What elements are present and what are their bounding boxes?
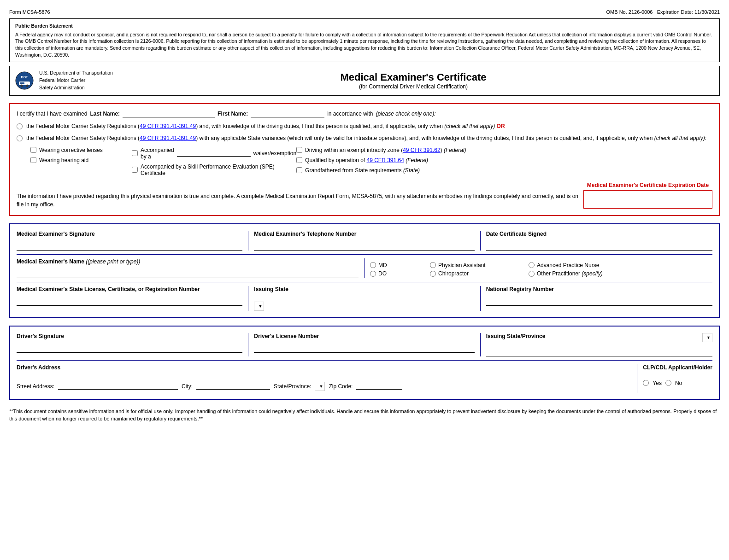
corrective-lenses-checkbox[interactable] <box>30 147 36 153</box>
expiration-box <box>583 190 712 209</box>
checkbox-spe: Accompanied by a Skill Performance Evalu… <box>132 163 296 176</box>
me-issuing-label: Issuing State <box>254 286 474 292</box>
checkbox-391-64: Qualified by operation of 49 CFR 391.64 … <box>296 157 712 163</box>
svg-point-0 <box>16 72 33 89</box>
do-radio[interactable] <box>370 271 376 277</box>
expiration-label: Medical Examiner's Certificate Expiratio… <box>583 182 712 188</box>
driver-address-cell: Driver's Address Street Address: City: S… <box>17 364 637 393</box>
driver-issuing-label: Issuing State/Province <box>486 333 546 339</box>
me-practitioner-cell: MD Physician Assistant Advanced Practice… <box>364 258 712 278</box>
option1-radio[interactable] <box>17 123 23 129</box>
cdl-no-radio[interactable] <box>665 380 671 386</box>
me-date-label: Date Certificate Signed <box>486 231 712 237</box>
svg-text:DOT: DOT <box>21 76 29 79</box>
option1-text: the Federal Motor Carrier Safety Regulat… <box>26 122 505 130</box>
street-address-input[interactable] <box>58 383 178 390</box>
certify-line: I certify that I have examined Last Name… <box>17 111 712 117</box>
other-specify-input[interactable] <box>605 270 679 277</box>
checkbox-corrective-lenses: Wearing corrective lenses <box>30 147 132 153</box>
waiver-input[interactable] <box>177 150 251 157</box>
me-phone-cell: Medical Examiner's Telephone Number <box>248 231 480 251</box>
omb-info: OMB No. 2126-0006 Expiration Date: 11/30… <box>606 9 720 15</box>
me-license-line <box>17 305 242 306</box>
svg-point-5 <box>26 85 29 87</box>
city-input[interactable] <box>196 383 270 390</box>
address-fields-row: Street Address: City: State/Province: Zi… <box>17 380 631 393</box>
state-province-select[interactable] <box>315 382 325 391</box>
me-date-line <box>486 250 712 251</box>
option2: the Federal Motor Carrier Safety Regulat… <box>17 134 712 142</box>
option1: the Federal Motor Carrier Safety Regulat… <box>17 122 712 130</box>
certification-section: I certify that I have examined Last Name… <box>9 103 720 216</box>
checkbox-grandfathered: Grandfathered from State requirements (S… <box>296 167 712 174</box>
chiro-radio[interactable] <box>430 271 436 277</box>
driver-license-line <box>254 352 474 353</box>
accordance-text: in accordance with <box>327 111 373 117</box>
pa-option: Physician Assistant <box>430 262 519 268</box>
agency-header: DOT U.S. Department of Transportation Fe… <box>9 66 720 95</box>
link-391-49-2[interactable]: 49 CFR 391.41-391.49 <box>140 135 196 141</box>
md-radio[interactable] <box>370 262 376 268</box>
checkbox-accompanied-waiver: Accompanied by a waiver/exemption <box>132 147 296 160</box>
please-check: (please check only one): <box>376 111 436 117</box>
svg-point-4 <box>21 85 23 87</box>
option2-text: the Federal Motor Carrier Safety Regulat… <box>26 134 706 142</box>
cdl-cell: CLP/CDL Applicant/Holder Yes No <box>637 364 712 393</box>
spe-checkbox[interactable] <box>132 167 138 173</box>
or-text: OR <box>497 123 505 129</box>
last-name-input[interactable] <box>123 111 215 117</box>
other-option: Other Practitioner (specify) <box>529 270 712 277</box>
expiration-statement: The information I have provided regardin… <box>17 192 583 209</box>
burden-text: A Federal agency may not conduct or spon… <box>15 31 714 58</box>
checkbox-exempt-zone: Driving within an exempt intracity zone … <box>296 147 712 153</box>
me-name-line <box>17 278 359 278</box>
apn-option: Advanced Practice Nurse <box>529 262 712 268</box>
me-signature-line <box>17 250 242 251</box>
footer-note: **This document contains sensitive infor… <box>9 408 720 423</box>
link-391-62[interactable]: 49 CFR 391.62 <box>403 147 440 153</box>
driver-issuing-state-select[interactable] <box>702 333 712 342</box>
first-name-input[interactable] <box>251 111 324 117</box>
form-number: Form MCSA-5876 <box>9 9 50 15</box>
driver-address-row: Driver's Address Street Address: City: S… <box>17 364 712 393</box>
first-name-label: First Name: <box>218 111 248 117</box>
apn-radio[interactable] <box>529 262 535 268</box>
me-issuing-cell: Issuing State <box>248 286 480 311</box>
agency-text: U.S. Department of Transportation Federa… <box>39 70 113 91</box>
grandfathered-checkbox[interactable] <box>296 167 302 173</box>
expiration-right: Medical Examiner's Certificate Expiratio… <box>583 182 712 209</box>
me-issuing-state-select[interactable] <box>254 302 264 311</box>
cdl-yes-radio[interactable] <box>643 380 649 386</box>
me-phone-line <box>254 250 474 251</box>
driver-issuing-line <box>486 356 712 356</box>
certify-text: I certify that I have examined <box>17 111 87 117</box>
me-signature-cell: Medical Examiner's Signature <box>17 231 248 251</box>
other-radio[interactable] <box>529 271 535 277</box>
certificate-title: Medical Examiner's Certificate (for Comm… <box>113 71 714 90</box>
me-registry-line <box>486 305 712 306</box>
driver-section: Driver's Signature Driver's License Numb… <box>9 326 720 400</box>
last-name-label: Last Name: <box>90 111 120 117</box>
burden-statement: Public Burden Statement A Federal agency… <box>9 18 720 62</box>
checkbox-hearing-aid: Wearing hearing aid <box>30 157 132 163</box>
option2-radio[interactable] <box>17 135 23 141</box>
me-registry-cell: National Registry Number <box>481 286 712 311</box>
state-province-wrapper <box>315 382 325 391</box>
driver-address-label: Driver's Address <box>17 364 631 371</box>
me-name-hint: ((please print or type)) <box>86 258 140 265</box>
link-391-49-1[interactable]: 49 CFR 391.41-391.49 <box>140 123 196 129</box>
svg-rect-3 <box>20 82 24 84</box>
pa-radio[interactable] <box>430 262 436 268</box>
exempt-zone-checkbox[interactable] <box>296 147 302 153</box>
link-391-64[interactable]: 49 CFR 391.64 <box>367 157 404 163</box>
accompanied-waiver-checkbox[interactable] <box>132 150 138 156</box>
hearing-aid-checkbox[interactable] <box>30 157 36 163</box>
dot-logo: DOT <box>15 71 34 90</box>
me-registry-label: National Registry Number <box>486 286 712 292</box>
expiration-section: The information I have provided regardin… <box>17 182 712 209</box>
form-header: Form MCSA-5876 OMB No. 2126-0006 Expirat… <box>9 9 720 15</box>
391-64-checkbox[interactable] <box>296 157 302 163</box>
cdl-label: CLP/CDL Applicant/Holder <box>643 364 712 371</box>
driver-sig-line <box>17 352 242 353</box>
zip-input[interactable] <box>356 383 402 390</box>
